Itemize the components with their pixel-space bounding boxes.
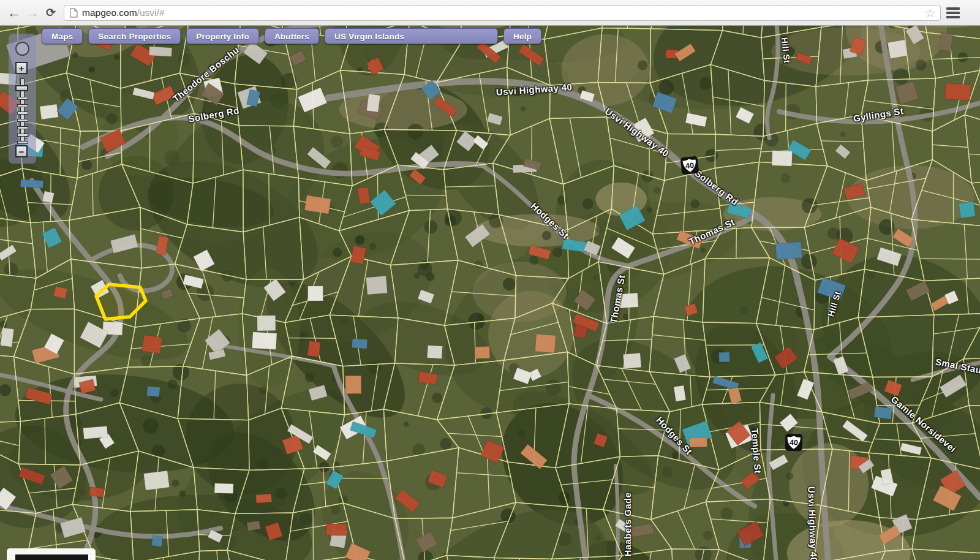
zoom-tick — [17, 112, 28, 115]
map-canvas[interactable] — [0, 0, 980, 560]
zoom-out-button[interactable]: − — [15, 145, 28, 157]
zoom-tick — [17, 119, 28, 122]
scale-bar — [7, 548, 96, 560]
zoom-tick — [17, 141, 28, 144]
url-bar[interactable]: mapgeo.com/usvi/# ☆ — [64, 5, 941, 21]
nav-button-search-properties[interactable]: Search Properties — [88, 28, 181, 44]
nav-button-property-info[interactable]: Property Info — [186, 28, 259, 44]
bookmark-star-icon[interactable]: ☆ — [925, 6, 935, 20]
satellite-map-image[interactable] — [0, 0, 980, 560]
zoom-tick — [17, 126, 28, 129]
page-icon — [70, 8, 78, 18]
zoom-in-button[interactable]: + — [15, 62, 28, 74]
nav-button-help[interactable]: Help — [503, 28, 541, 44]
zoom-tick — [17, 104, 28, 107]
zoom-control: + − — [9, 34, 36, 164]
url-domain: mapgeo.com — [82, 7, 137, 18]
back-button[interactable]: ← — [5, 4, 23, 22]
url-text: mapgeo.com/usvi/# — [82, 7, 164, 18]
browser-menu-button[interactable] — [946, 5, 962, 21]
browser-toolbar: ← → ⟳ mapgeo.com/usvi/# ☆ — [0, 0, 980, 26]
url-path: /usvi/# — [137, 7, 165, 18]
forward-button[interactable]: → — [23, 4, 42, 22]
zoom-slider-handle[interactable] — [15, 85, 28, 91]
hamburger-icon — [946, 7, 960, 10]
scale-bar-segment — [15, 554, 88, 560]
nav-button-maps[interactable]: Maps — [42, 28, 83, 44]
pan-reset-button[interactable] — [15, 42, 29, 56]
zoom-tick — [17, 97, 28, 100]
app-toolbar: MapsSearch PropertiesProperty InfoAbutte… — [42, 28, 541, 44]
zoom-tick — [17, 134, 28, 137]
nav-button-us-virgin-islands[interactable]: US Virgin Islands — [325, 28, 498, 44]
nav-button-abutters[interactable]: Abutters — [265, 28, 319, 44]
reload-button[interactable]: ⟳ — [42, 4, 60, 22]
